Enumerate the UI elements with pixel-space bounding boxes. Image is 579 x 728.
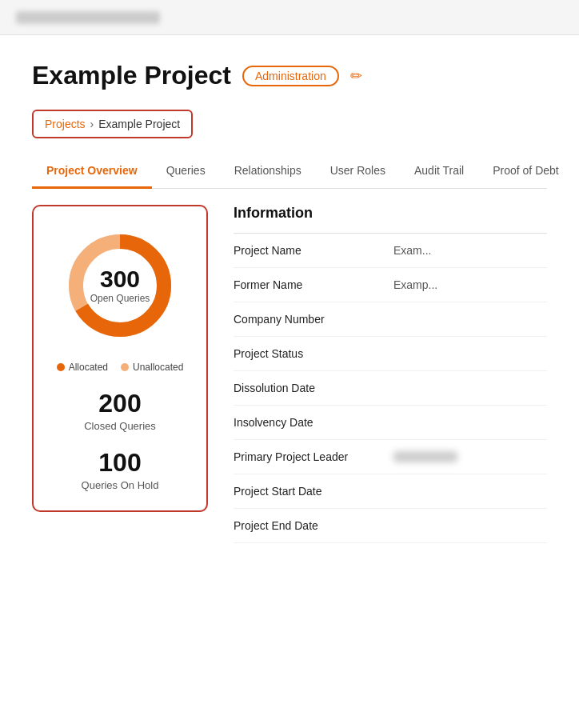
label-dissolution-date: Dissolution Date (234, 382, 393, 394)
info-row-project-name: Project Name Exam... (234, 234, 547, 268)
value-former-name: Examp... (393, 278, 437, 291)
edit-icon[interactable]: ✏ (350, 67, 362, 85)
admin-badge[interactable]: Administration (242, 66, 339, 86)
donut-chart: 300 Open Queries (60, 226, 180, 346)
label-former-name: Former Name (234, 278, 393, 291)
unallocated-dot (121, 363, 129, 371)
page-title-row: Example Project Administration ✏ (32, 61, 547, 90)
open-queries-number: 300 (90, 267, 150, 291)
info-row-project-leader: Primary Project Leader (234, 440, 547, 474)
closed-queries-label: Closed Queries (84, 420, 156, 432)
body-layout: 300 Open Queries Allocated Unallocated 2… (32, 205, 547, 543)
label-start-date: Project Start Date (234, 485, 393, 498)
label-company-number: Company Number (234, 313, 393, 326)
chart-legend: Allocated Unallocated (57, 362, 184, 373)
value-project-name: Exam... (393, 244, 431, 257)
on-hold-label: Queries On Hold (82, 479, 159, 491)
info-row-insolvency-date: Insolvency Date (234, 406, 547, 440)
allocated-dot (57, 363, 65, 371)
value-project-leader-blurred (393, 451, 457, 462)
tabs-container: Project Overview Queries Relationships U… (32, 154, 547, 189)
info-row-company-number: Company Number (234, 302, 547, 337)
stats-card: 300 Open Queries Allocated Unallocated 2… (32, 205, 208, 512)
information-title: Information (234, 205, 547, 222)
on-hold-number: 100 (82, 448, 159, 478)
info-row-dissolution-date: Dissolution Date (234, 371, 547, 406)
unallocated-label: Unallocated (133, 362, 183, 373)
legend-allocated: Allocated (57, 362, 108, 373)
breadcrumb-parent[interactable]: Projects (45, 118, 86, 130)
label-project-status: Project Status (234, 347, 393, 360)
app-logo-blurred (16, 11, 160, 24)
label-insolvency-date: Insolvency Date (234, 416, 393, 429)
tab-project-overview[interactable]: Project Overview (32, 154, 152, 189)
allocated-label: Allocated (69, 362, 108, 373)
tab-queries[interactable]: Queries (152, 154, 220, 189)
breadcrumb: Projects › Example Project (32, 110, 193, 138)
tab-user-roles[interactable]: User Roles (316, 154, 400, 189)
label-end-date: Project End Date (234, 519, 393, 532)
closed-queries-stat: 200 Closed Queries (84, 389, 156, 432)
open-queries-label: Open Queries (90, 293, 150, 304)
main-content: Example Project Administration ✏ Project… (0, 35, 579, 543)
top-bar (0, 0, 579, 35)
tab-audit-trail[interactable]: Audit Trail (400, 154, 478, 189)
tab-relationships[interactable]: Relationships (220, 154, 316, 189)
tab-proof-of-debt[interactable]: Proof of Debt (478, 154, 573, 189)
donut-center: 300 Open Queries (90, 267, 150, 304)
on-hold-stat: 100 Queries On Hold (82, 448, 159, 491)
info-row-start-date: Project Start Date (234, 474, 547, 509)
info-row-project-status: Project Status (234, 337, 547, 371)
label-project-name: Project Name (234, 244, 393, 257)
legend-unallocated: Unallocated (121, 362, 183, 373)
info-row-end-date: Project End Date (234, 509, 547, 543)
page-title: Example Project (32, 61, 231, 90)
closed-queries-number: 200 (84, 389, 156, 418)
information-panel: Information Project Name Exam... Former … (234, 205, 547, 543)
label-project-leader: Primary Project Leader (234, 450, 393, 463)
info-row-former-name: Former Name Examp... (234, 268, 547, 302)
breadcrumb-current: Example Project (98, 118, 180, 130)
breadcrumb-separator: › (90, 118, 94, 130)
